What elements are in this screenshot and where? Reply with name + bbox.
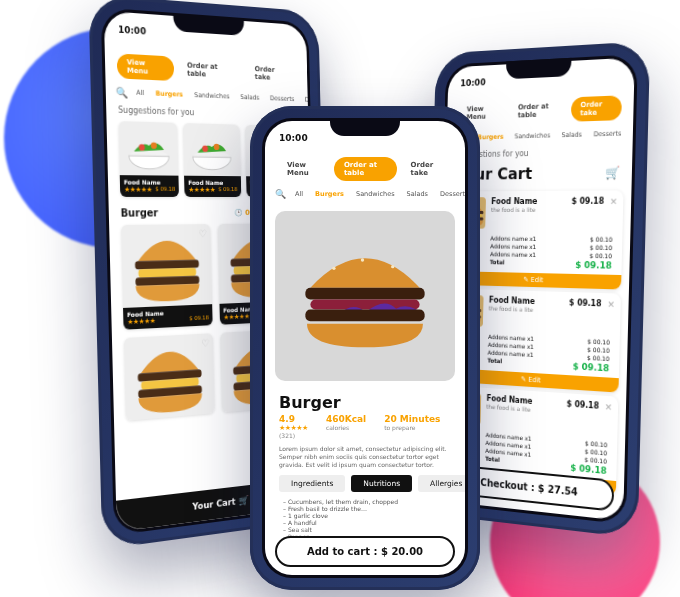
product-title: Burger: [265, 387, 465, 412]
cat-salads[interactable]: Salads: [557, 127, 587, 142]
cart-bar-label: Your Cart 🛒: [192, 495, 248, 512]
total-label: Total: [485, 455, 500, 466]
clock-icon: 🕒: [235, 208, 243, 216]
card-price: $ 09.18: [218, 186, 237, 194]
rating-count: (321): [279, 432, 295, 439]
tab-order-take[interactable]: Order take: [401, 157, 453, 181]
tab-order-table[interactable]: Order at table: [334, 157, 397, 181]
product-card[interactable]: ♡ Food Name ★★★★★$ 09.18: [121, 224, 213, 330]
tab-order-take[interactable]: Order take: [246, 61, 297, 87]
ingredient-item: Sea salt: [283, 526, 447, 533]
star-icon: ★★★★★: [279, 424, 308, 432]
tab-ingredients[interactable]: Ingredients: [279, 475, 345, 492]
item-price: $ 09.18: [568, 298, 601, 332]
total-label: Total: [487, 357, 502, 368]
add-to-cart-button[interactable]: Add to cart : $ 20.00: [275, 536, 455, 567]
status-time: 10:00: [279, 133, 308, 143]
item-price: $ 09.18: [566, 399, 599, 434]
time-metric: 20 Minutes to prepare: [384, 414, 440, 431]
kcal-value: 460Kcal: [326, 414, 366, 424]
addon-price: $ 00.10: [590, 244, 612, 251]
tab-view-menu[interactable]: View Menu: [277, 157, 330, 181]
item-price: $ 09.18: [571, 197, 604, 230]
addon-label: Addons name x1: [490, 242, 536, 250]
tab-order-table[interactable]: Order at table: [508, 98, 567, 124]
tab-view-menu[interactable]: View Menu: [117, 53, 175, 81]
cat-burgers[interactable]: Burgers: [310, 187, 349, 201]
heart-icon[interactable]: ♡: [201, 337, 210, 349]
product-description: Lorem ipsum dolor sit amet, consectetur …: [265, 441, 465, 473]
notch: [330, 118, 400, 136]
total-value: $ 09.18: [575, 260, 612, 271]
category-nav: 🔍 All Burgers Sandwiches Salads Desserts…: [265, 183, 465, 205]
total-value: $ 09.18: [570, 462, 607, 476]
status-time: 10:00: [118, 24, 146, 36]
rating-value: 4.9: [279, 414, 295, 424]
product-card[interactable]: ♡: [124, 333, 215, 421]
total-value: $ 09.18: [572, 361, 609, 373]
star-icon: ★★★★★: [188, 186, 215, 194]
cat-all[interactable]: All: [131, 85, 149, 100]
cat-salads[interactable]: Salads: [236, 90, 264, 105]
section-title: Burger: [121, 207, 159, 219]
total-label: Total: [490, 258, 505, 268]
item-subtitle: the food is a lite: [489, 304, 533, 313]
cat-sandwiches[interactable]: Sandwiches: [510, 128, 555, 143]
cat-desserts[interactable]: Desserts: [265, 91, 298, 106]
ingredient-item: A handful: [283, 519, 447, 526]
star-icon: ★★★★★: [124, 186, 152, 194]
kcal-metric: 460Kcal calories: [326, 414, 366, 431]
addon-price: $ 00.10: [588, 338, 610, 346]
addon-price: $ 00.10: [587, 354, 609, 362]
product-metrics: 4.9 ★★★★★ (321) 460Kcal calories 20 Minu…: [265, 412, 465, 441]
order-mode-tabs: View Menu Order at table Order take: [265, 151, 465, 183]
card-price: $ 09.18: [155, 186, 175, 194]
ingredient-item: 1 garlic clove: [283, 512, 447, 519]
close-icon[interactable]: ✕: [607, 299, 615, 332]
product-hero-image: [275, 211, 455, 381]
cat-sandwiches[interactable]: Sandwiches: [189, 88, 234, 104]
close-icon[interactable]: ✕: [604, 402, 612, 435]
addon-price: $ 00.10: [590, 236, 612, 243]
minutes-value: 20 Minutes: [384, 414, 440, 424]
cat-burgers[interactable]: Burgers: [151, 86, 188, 102]
heart-icon[interactable]: ♡: [198, 228, 207, 239]
star-icon: ★★★★★: [127, 317, 155, 327]
ingredient-item: Cucumbers, let them drain, chopped: [283, 498, 447, 505]
item-subtitle: the food is a lite: [491, 206, 536, 213]
detail-tabs: Ingredients Nutritions Allergies: [265, 473, 465, 494]
card-price: $ 09.18: [189, 314, 209, 323]
cat-desserts[interactable]: Desserts: [589, 126, 627, 141]
suggestion-card[interactable]: Food Name ★★★★★$ 09.18: [118, 121, 179, 197]
cat-all[interactable]: All: [290, 187, 308, 201]
addon-price: $ 00.10: [590, 252, 612, 260]
phone-detail: 10:00 View Menu Order at table Order tak…: [250, 106, 480, 590]
cat-sandwiches[interactable]: Sandwiches: [351, 187, 400, 201]
tab-order-table[interactable]: Order at table: [177, 57, 242, 84]
suggestion-card[interactable]: Food Name ★★★★★$ 09.18: [183, 123, 241, 197]
close-icon[interactable]: ✕: [609, 197, 617, 230]
search-icon[interactable]: 🔍: [116, 86, 128, 98]
search-icon[interactable]: 🔍: [275, 189, 286, 199]
cat-desserts[interactable]: Desserts: [435, 187, 465, 201]
item-name: Food Name: [491, 197, 566, 206]
status-time: 10:00: [460, 77, 486, 88]
cat-salads[interactable]: Salads: [402, 187, 433, 201]
tab-order-take[interactable]: Order take: [570, 95, 621, 121]
ingredient-item: Fresh basil to drizzle the…: [283, 505, 447, 512]
addon-label: Addons name x1: [490, 250, 536, 258]
cat-drinks[interactable]: Drinks: [628, 125, 633, 140]
addon-label: Addons name x1: [490, 235, 536, 242]
tab-allergies[interactable]: Allergies: [418, 475, 465, 492]
tab-nutritions[interactable]: Nutritions: [351, 475, 412, 492]
star-icon: ★★★★★: [223, 312, 249, 321]
cart-icon[interactable]: 🛒: [605, 165, 620, 180]
rating-metric: 4.9 ★★★★★ (321): [279, 414, 308, 439]
addon-price: $ 00.10: [587, 346, 609, 354]
